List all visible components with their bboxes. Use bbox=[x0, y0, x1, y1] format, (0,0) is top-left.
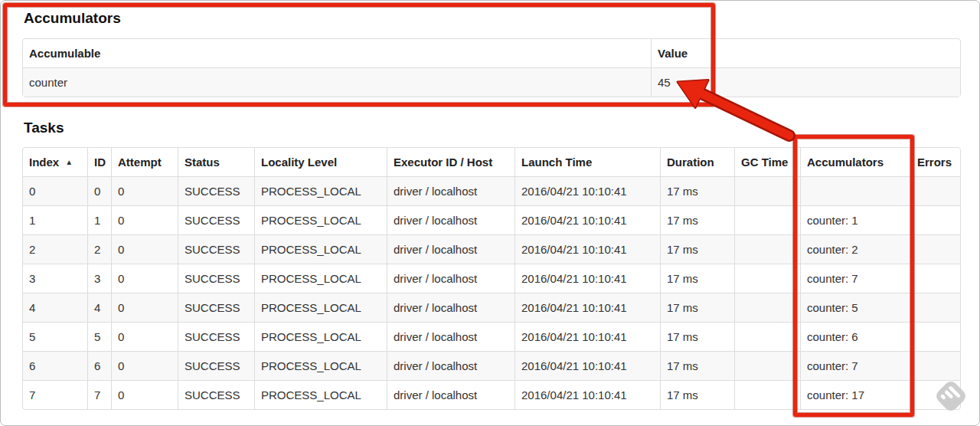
cell-status: SUCCESS bbox=[178, 351, 254, 380]
cell-index: 5 bbox=[23, 322, 87, 351]
table-row: 220SUCCESSPROCESS_LOCALdriver / localhos… bbox=[23, 234, 960, 264]
cell-id: 6 bbox=[87, 351, 111, 380]
cell-errors bbox=[910, 176, 960, 205]
cell-index: 4 bbox=[23, 293, 87, 322]
cell-duration: 17 ms bbox=[660, 264, 734, 293]
cell-status: SUCCESS bbox=[178, 322, 254, 351]
cell-index: 0 bbox=[23, 176, 87, 205]
cell-executor-id-host: driver / localhost bbox=[387, 205, 514, 234]
cell-duration: 17 ms bbox=[660, 293, 734, 322]
cell-launch-time: 2016/04/21 10:10:41 bbox=[514, 176, 660, 205]
cell-status: SUCCESS bbox=[178, 234, 254, 264]
cell-duration: 17 ms bbox=[660, 176, 734, 205]
column-header-id[interactable]: ID bbox=[87, 148, 111, 176]
column-header-label: ID bbox=[94, 156, 106, 169]
tasks-header-row: Index▲IDAttemptStatusLocality LevelExecu… bbox=[23, 148, 960, 176]
cell-gc-time bbox=[734, 234, 800, 264]
cell-gc-time bbox=[734, 205, 800, 234]
column-header-duration[interactable]: Duration bbox=[660, 148, 734, 176]
table-row: 110SUCCESSPROCESS_LOCALdriver / localhos… bbox=[23, 205, 960, 234]
accumulators-table: AccumulableValue counter45 bbox=[22, 38, 961, 97]
accumulators-heading: Accumulators bbox=[24, 10, 958, 27]
cell-errors bbox=[910, 264, 960, 293]
cell-locality-level: PROCESS_LOCAL bbox=[254, 293, 387, 322]
column-header-label: Value bbox=[658, 47, 688, 60]
cell-launch-time: 2016/04/21 10:10:41 bbox=[514, 293, 660, 322]
cell-duration: 17 ms bbox=[660, 322, 734, 351]
column-header-status[interactable]: Status bbox=[178, 148, 254, 176]
cell-gc-time bbox=[734, 176, 800, 205]
cell-executor-id-host: driver / localhost bbox=[387, 264, 514, 293]
cell-gc-time bbox=[734, 293, 800, 322]
table-row: 550SUCCESSPROCESS_LOCALdriver / localhos… bbox=[23, 322, 960, 351]
column-header-locality-level[interactable]: Locality Level bbox=[254, 148, 387, 176]
tasks-table: Index▲IDAttemptStatusLocality LevelExecu… bbox=[22, 147, 961, 410]
cell-errors bbox=[910, 205, 960, 234]
cell-id: 1 bbox=[87, 205, 111, 234]
cell-accumulators: counter: 17 bbox=[800, 380, 910, 409]
column-header-index[interactable]: Index▲ bbox=[23, 148, 87, 176]
column-header-label: Accumulable bbox=[29, 47, 100, 60]
cell-duration: 17 ms bbox=[660, 380, 734, 409]
cell-launch-time: 2016/04/21 10:10:41 bbox=[514, 380, 660, 409]
column-header-label: Index bbox=[29, 156, 59, 169]
cell-attempt: 0 bbox=[111, 176, 178, 205]
spark-ui-stage-page: Accumulators AccumulableValue counter45 … bbox=[0, 0, 980, 426]
cell-duration: 17 ms bbox=[660, 234, 734, 264]
cell-attempt: 0 bbox=[111, 351, 178, 380]
sort-ascending-icon: ▲ bbox=[65, 158, 73, 166]
cell-gc-time bbox=[734, 351, 800, 380]
column-header-value: Value bbox=[651, 39, 960, 67]
column-header-gc-time[interactable]: GC Time bbox=[734, 148, 800, 176]
column-header-label: GC Time bbox=[741, 156, 788, 169]
cell-locality-level: PROCESS_LOCAL bbox=[254, 205, 387, 234]
column-header-label: Locality Level bbox=[261, 156, 337, 169]
cell-status: SUCCESS bbox=[178, 293, 254, 322]
cell-index: 7 bbox=[23, 380, 87, 409]
cell-accumulators: counter: 7 bbox=[800, 351, 910, 380]
tasks-table-body: 000SUCCESSPROCESS_LOCALdriver / localhos… bbox=[23, 176, 960, 409]
cell-index: 3 bbox=[23, 264, 87, 293]
cell-status: SUCCESS bbox=[178, 380, 254, 409]
column-header-attempt[interactable]: Attempt bbox=[111, 148, 178, 176]
cell-locality-level: PROCESS_LOCAL bbox=[254, 264, 387, 293]
cell-launch-time: 2016/04/21 10:10:41 bbox=[514, 205, 660, 234]
page-content: Accumulators AccumulableValue counter45 … bbox=[1, 1, 979, 410]
cell-launch-time: 2016/04/21 10:10:41 bbox=[514, 264, 660, 293]
cell-accumulators: counter: 5 bbox=[800, 293, 910, 322]
cell-duration: 17 ms bbox=[660, 205, 734, 234]
column-header-errors[interactable]: Errors bbox=[910, 148, 960, 176]
cell-index: 6 bbox=[23, 351, 87, 380]
cell-gc-time bbox=[734, 380, 800, 409]
cell-executor-id-host: driver / localhost bbox=[387, 234, 514, 264]
cell-executor-id-host: driver / localhost bbox=[387, 322, 514, 351]
cell-id: 2 bbox=[87, 234, 111, 264]
cell-accumulators bbox=[800, 176, 910, 205]
column-header-executor-id-host[interactable]: Executor ID / Host bbox=[387, 148, 514, 176]
cell-accumulators: counter: 6 bbox=[800, 322, 910, 351]
cell-locality-level: PROCESS_LOCAL bbox=[254, 176, 387, 205]
cell-index: 2 bbox=[23, 234, 87, 264]
cell-errors bbox=[910, 380, 960, 409]
cell-status: SUCCESS bbox=[178, 205, 254, 234]
cell-id: 3 bbox=[87, 264, 111, 293]
cell-id: 4 bbox=[87, 293, 111, 322]
cell-accumulators: counter: 1 bbox=[800, 205, 910, 234]
table-row: 770SUCCESSPROCESS_LOCALdriver / localhos… bbox=[23, 380, 960, 409]
table-row: 660SUCCESSPROCESS_LOCALdriver / localhos… bbox=[23, 351, 960, 380]
cell-executor-id-host: driver / localhost bbox=[387, 176, 514, 205]
cell-errors bbox=[910, 351, 960, 380]
cell-gc-time bbox=[734, 264, 800, 293]
cell-errors bbox=[910, 322, 960, 351]
column-header-launch-time[interactable]: Launch Time bbox=[514, 148, 660, 176]
cell-locality-level: PROCESS_LOCAL bbox=[254, 351, 387, 380]
column-header-label: Status bbox=[185, 156, 220, 169]
cell-value: 45 bbox=[651, 67, 960, 97]
cell-accumulators: counter: 2 bbox=[800, 234, 910, 264]
table-row: 440SUCCESSPROCESS_LOCALdriver / localhos… bbox=[23, 293, 960, 322]
cell-attempt: 0 bbox=[111, 264, 178, 293]
cell-executor-id-host: driver / localhost bbox=[387, 351, 514, 380]
cell-attempt: 0 bbox=[111, 322, 178, 351]
column-header-accumulators[interactable]: Accumulators bbox=[800, 148, 910, 176]
column-header-label: Launch Time bbox=[521, 156, 592, 169]
